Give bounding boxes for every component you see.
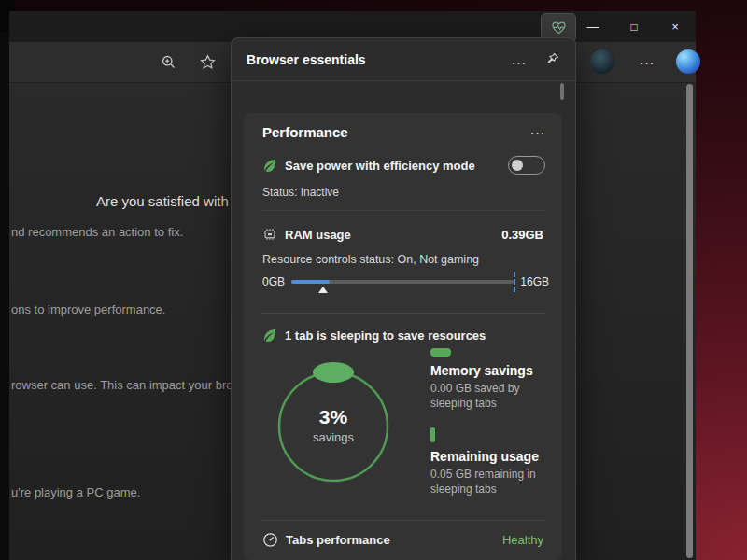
toggle-knob — [512, 160, 523, 171]
memory-savings-line1: 0.00 GB saved by — [430, 382, 556, 396]
savings-percent: 3% — [319, 406, 347, 428]
savings-legend: Memory savings 0.00 GB saved by sleeping… — [430, 348, 556, 497]
panel-title: Browser essentials — [247, 52, 511, 67]
limit-tick-icon — [514, 272, 515, 292]
slider-marker-icon[interactable] — [318, 287, 328, 293]
tabs-performance-row: Tabs performance Healthy — [262, 529, 543, 550]
minimize-button[interactable]: — — [572, 11, 613, 42]
window-controls: — □ × — [572, 11, 696, 42]
zoom-icon[interactable] — [157, 50, 179, 73]
divider — [261, 313, 545, 314]
tabs-performance-status: Healthy — [502, 533, 543, 547]
ram-usage-slider[interactable] — [291, 280, 514, 284]
page-text-line: ons to improve performance. — [11, 302, 165, 316]
panel-more-icon[interactable]: … — [511, 51, 527, 67]
sleeping-tabs-label: 1 tab is sleeping to save resources — [285, 329, 486, 343]
heart-pulse-icon — [551, 21, 567, 35]
divider — [261, 520, 545, 521]
page-scrollbar[interactable] — [686, 84, 693, 558]
leaf-icon — [262, 158, 277, 173]
memory-savings-mark-icon — [430, 348, 451, 357]
left-edge-strip — [0, 0, 9, 560]
profile-avatar[interactable] — [590, 49, 614, 74]
panel-header: Browser essentials … — [232, 38, 575, 80]
ram-usage-row: RAM usage 0.39GB — [262, 225, 543, 244]
maximize-button[interactable]: □ — [613, 11, 655, 42]
efficiency-mode-row: Save power with efficiency mode — [262, 154, 545, 176]
favorites-star-icon[interactable] — [196, 50, 218, 73]
remaining-usage-line1: 0.05 GB remaining in — [430, 468, 556, 482]
efficiency-status: Status: Inactive — [262, 186, 339, 199]
panel-header-divider — [232, 80, 575, 81]
page-text-line: u're playing a PC game. — [11, 485, 140, 499]
donut-center-text: 3% savings — [270, 359, 397, 490]
close-button[interactable]: × — [655, 11, 696, 42]
copilot-icon[interactable] — [676, 49, 700, 74]
sleeping-leaf-icon — [262, 328, 277, 343]
efficiency-mode-toggle[interactable] — [508, 156, 545, 175]
ram-usage-slider-row: 0GB 16GB — [262, 275, 549, 288]
slider-max-label: 16GB — [520, 275, 549, 288]
resource-controls-status: Resource controls status: On, Not gaming — [262, 253, 479, 266]
desktop: — □ × … Ar — [0, 0, 747, 560]
panel-scrollbar[interactable] — [560, 83, 564, 100]
savings-caption: savings — [313, 430, 354, 444]
pin-icon[interactable] — [543, 51, 560, 68]
page-text-line: rowser can use. This can impact your bro… — [11, 378, 242, 392]
slider-min-label: 0GB — [262, 275, 285, 288]
settings-more-icon[interactable]: … — [637, 46, 657, 74]
sleeping-tabs-row: 1 tab is sleeping to save resources — [262, 326, 545, 344]
remaining-usage-title: Remaining usage — [430, 449, 556, 464]
ram-usage-label: RAM usage — [285, 228, 494, 242]
page-text-line: Are you satisfied with po — [96, 193, 248, 209]
remaining-usage-line2: sleeping tabs — [430, 483, 556, 497]
performance-more-icon[interactable]: … — [529, 120, 545, 139]
ram-usage-fill — [291, 280, 330, 284]
memory-chip-icon — [262, 227, 277, 242]
memory-savings-line2: sleeping tabs — [430, 397, 556, 411]
remaining-usage-mark-icon — [430, 427, 435, 442]
tabs-performance-label: Tabs performance — [286, 533, 495, 547]
memory-savings-title: Memory savings — [430, 363, 556, 378]
browser-essentials-panel: Browser essentials … Performance … Save … — [231, 37, 576, 560]
divider — [261, 210, 545, 211]
gauge-icon — [262, 532, 278, 548]
page-text-line: nd recommends an action to fix. — [11, 225, 183, 239]
efficiency-mode-label: Save power with efficiency mode — [285, 159, 500, 173]
performance-card: Performance … Save power with efficiency… — [244, 113, 562, 560]
performance-section-title: Performance — [262, 124, 348, 140]
ram-usage-value: 0.39GB — [501, 228, 543, 242]
